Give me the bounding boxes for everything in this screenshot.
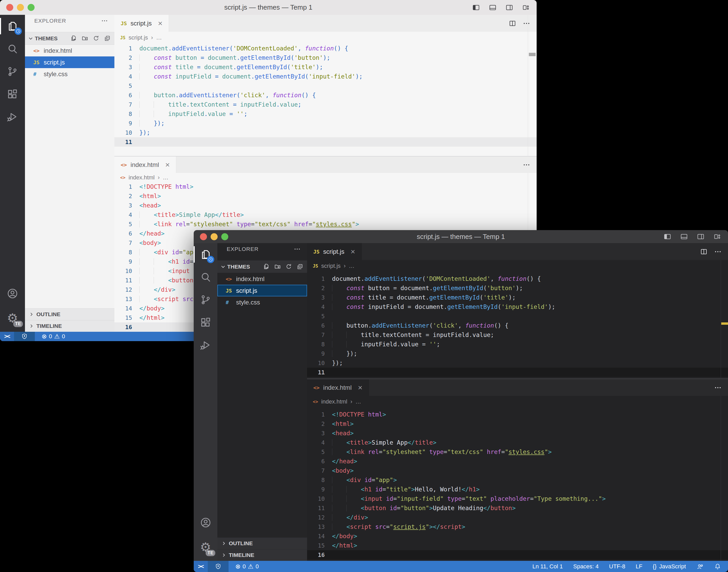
close-tab-icon[interactable]: × — [158, 19, 162, 28]
more-actions-icon[interactable] — [714, 384, 722, 391]
code-line[interactable]: 1<!DOCTYPE html> — [115, 182, 537, 191]
code-line[interactable]: 3 const title = document.getElementById(… — [307, 293, 728, 302]
themes-section-header[interactable]: THEMES — [25, 32, 115, 45]
refresh-explorer-icon[interactable] — [285, 263, 292, 270]
toggle-secondary-sidebar-icon[interactable] — [696, 233, 706, 240]
new-folder-icon[interactable] — [274, 263, 281, 270]
collapse-folders-icon[interactable] — [104, 35, 111, 42]
workspace-trust-shield-icon[interactable] — [208, 561, 228, 572]
themes-section-header[interactable]: THEMES — [217, 260, 307, 273]
tab-index-html[interactable]: <> index.html × — [115, 156, 176, 173]
cursor-position[interactable]: Ln 11, Col 1 — [532, 563, 563, 570]
views-and-more-actions-icon[interactable] — [294, 245, 301, 253]
code-line[interactable]: 12 </div> — [307, 513, 728, 522]
toggle-panel-icon[interactable] — [488, 4, 498, 11]
remote-indicator[interactable]: >< — [194, 561, 208, 572]
eol-sequence[interactable]: LF — [636, 563, 643, 570]
scrollbar[interactable] — [528, 15, 528, 156]
code-line[interactable]: 1document.addEventListener('DOMContentLo… — [115, 44, 537, 53]
code-editor-script-js[interactable]: 1document.addEventListener('DOMContentLo… — [307, 274, 728, 377]
new-folder-icon[interactable] — [81, 35, 88, 42]
activity-account-icon[interactable] — [194, 510, 217, 535]
code-line[interactable]: 8 inputField.value = ''; — [307, 340, 728, 349]
more-actions-icon[interactable] — [523, 19, 530, 27]
code-line[interactable]: 4 const inputField = document.getElement… — [307, 302, 728, 311]
code-line[interactable]: 5 — [115, 81, 537, 90]
code-line[interactable]: 7 title.textContent = inputField.value; — [115, 100, 537, 109]
code-line[interactable]: 5 <link rel="stylesheet" type="text/css"… — [115, 219, 537, 229]
workspace-trust-shield-icon[interactable] — [14, 332, 35, 341]
code-line[interactable]: 11 — [307, 368, 728, 377]
code-line[interactable]: 8 inputField.value = ''; — [115, 109, 537, 119]
code-line[interactable]: 7 title.textContent = inputField.value; — [307, 330, 728, 340]
tab-script-js[interactable]: JS script.js × — [307, 243, 362, 260]
code-line[interactable]: 9 }); — [307, 349, 728, 358]
encoding[interactable]: UTF-8 — [609, 563, 625, 570]
split-editor-icon[interactable] — [700, 248, 708, 256]
code-line[interactable]: 2 const button = document.getElementById… — [307, 283, 728, 293]
code-line[interactable]: 6 button.addEventListener('click', funct… — [115, 90, 537, 100]
code-line[interactable]: 15</html> — [307, 541, 728, 550]
collapse-folders-icon[interactable] — [296, 263, 303, 270]
code-line[interactable]: 7<body> — [307, 466, 728, 475]
code-line[interactable]: 16 — [307, 550, 728, 560]
activity-search-icon[interactable] — [0, 38, 25, 60]
new-file-icon[interactable] — [70, 35, 77, 42]
toggle-secondary-sidebar-icon[interactable] — [504, 4, 514, 11]
code-line[interactable]: 10 <input id="input-field" type="text" p… — [307, 494, 728, 503]
code-line[interactable]: 6</head> — [307, 456, 728, 466]
activity-settings-icon[interactable]: ⚙TE — [194, 535, 217, 559]
activity-account-icon[interactable] — [0, 281, 25, 306]
breadcrumb-script-js[interactable]: JS script.js › … — [115, 32, 537, 44]
code-line[interactable]: 3 const title = document.getElementById(… — [115, 62, 537, 72]
code-line[interactable]: 10}); — [115, 128, 537, 137]
activity-explorer-icon[interactable] — [194, 243, 217, 266]
tab-script-js[interactable]: JS script.js × — [115, 15, 169, 32]
outline-section[interactable]: OUTLINE — [217, 538, 307, 549]
code-line[interactable]: 5 — [307, 311, 728, 321]
breadcrumb-index-html[interactable]: <> index.html › … — [115, 173, 537, 182]
activity-extensions-icon[interactable] — [0, 83, 25, 105]
close-tab-icon[interactable]: × — [358, 383, 362, 392]
code-editor-script-js[interactable]: 1document.addEventListener('DOMContentLo… — [115, 44, 537, 147]
code-line[interactable]: 3<head> — [115, 201, 537, 210]
code-editor-index-html[interactable]: 1<!DOCTYPE html>2<html>3<head>4 <title>S… — [307, 410, 728, 560]
customize-layout-icon[interactable] — [521, 4, 531, 11]
activity-search-icon[interactable] — [194, 266, 217, 288]
refresh-explorer-icon[interactable] — [92, 35, 99, 42]
code-line[interactable]: 4 <title>Simple App</title> — [307, 438, 728, 447]
activity-source-control-icon[interactable] — [194, 288, 217, 311]
editor-group-divider[interactable] — [307, 378, 728, 379]
activity-run-and-debug-icon[interactable] — [194, 334, 217, 356]
split-editor-icon[interactable] — [509, 19, 516, 27]
code-line[interactable]: 8 <div id="app"> — [307, 475, 728, 485]
titlebar[interactable]: script.js — themes — Temp 1 — [194, 230, 728, 243]
code-line[interactable]: 6 button.addEventListener('click', funct… — [307, 321, 728, 330]
toggle-panel-icon[interactable] — [679, 233, 689, 240]
activity-explorer-icon[interactable] — [0, 15, 25, 38]
code-line[interactable]: 11 — [115, 137, 537, 147]
activity-extensions-icon[interactable] — [194, 311, 217, 334]
more-actions-icon[interactable] — [523, 161, 530, 169]
code-line[interactable]: 9 <h1 id="title">Hello, World!</h1> — [307, 485, 728, 494]
file-item-style.css[interactable]: #style.css — [25, 68, 115, 80]
code-line[interactable]: 10}); — [307, 358, 728, 368]
file-item-style.css[interactable]: #style.css — [217, 296, 307, 308]
feedback-icon[interactable] — [696, 563, 704, 570]
problems-indicator[interactable]: ⊗ 0 ⚠ 0 — [35, 333, 65, 340]
toggle-sidebar-icon[interactable] — [471, 4, 481, 11]
tab-index-html[interactable]: <> index.html × — [307, 379, 369, 396]
code-line[interactable]: 4 const inputField = document.getElement… — [115, 72, 537, 81]
breadcrumb-index-html[interactable]: <> index.html › … — [307, 396, 728, 408]
file-item-script.js[interactable]: JSscript.js — [25, 56, 115, 68]
code-line[interactable]: 2<html> — [307, 419, 728, 428]
code-line[interactable]: 13 <script src="script.js"></script> — [307, 522, 728, 531]
code-line[interactable]: 2<html> — [115, 191, 537, 201]
code-line[interactable]: 9 }); — [115, 119, 537, 128]
outline-section[interactable]: OUTLINE — [25, 308, 115, 320]
activity-settings-icon[interactable]: ⚙TE — [0, 306, 25, 330]
more-actions-icon[interactable] — [714, 248, 722, 256]
scrollbar[interactable] — [721, 260, 721, 378]
notifications-bell-icon[interactable] — [714, 563, 721, 570]
code-line[interactable]: 2 const button = document.getElementById… — [115, 53, 537, 62]
